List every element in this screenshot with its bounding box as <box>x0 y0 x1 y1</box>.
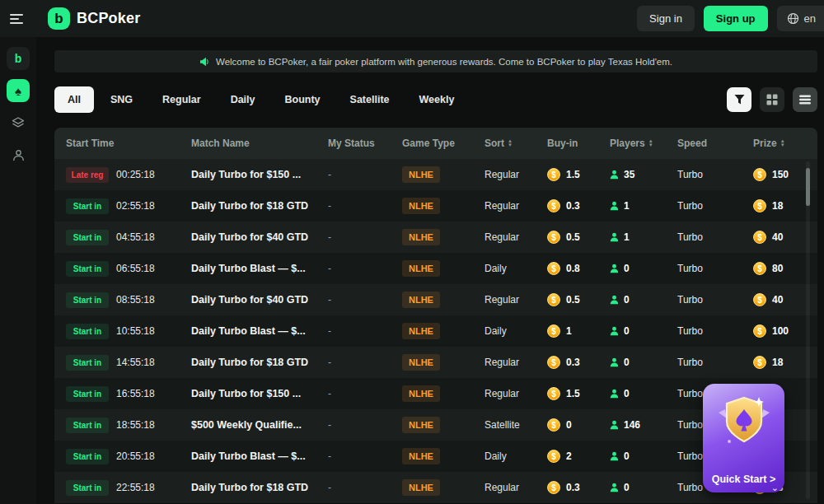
column-label: Game Type <box>402 138 455 149</box>
players-value: 0 <box>624 325 630 337</box>
my-status: - <box>316 357 391 368</box>
sort-arrows-icon[interactable]: ▲▼ <box>508 139 513 147</box>
sign-in-button[interactable]: Sign in <box>637 6 695 31</box>
column-label: Buy-in <box>547 138 578 149</box>
sidebar-item-tournaments[interactable]: ♠ <box>7 79 30 102</box>
start-time-cell: Start in 18:55:18 <box>54 418 180 433</box>
tab-daily[interactable]: Daily <box>218 86 269 113</box>
sort-value: Regular <box>473 357 536 368</box>
grid-view-icon <box>766 94 778 105</box>
tab-weekly[interactable]: Weekly <box>406 86 468 113</box>
game-type-badge: NLHE <box>402 354 440 371</box>
column-label: Speed <box>677 138 707 149</box>
person-outline-icon <box>12 149 25 161</box>
hamburger-menu-icon[interactable] <box>10 8 31 30</box>
buyin-value: 0.8 <box>566 263 580 274</box>
my-status: - <box>316 169 391 180</box>
buyin-cell: $ 0.3 <box>536 481 598 494</box>
start-time-cell: Start in 08:55:18 <box>54 292 180 308</box>
column-header: Buy-in <box>536 138 598 149</box>
sort-arrows-icon[interactable]: ▲▼ <box>648 139 653 147</box>
players-cell: 35 <box>598 169 666 180</box>
speed-value: Turbo <box>666 231 742 243</box>
buyin-value: 0.3 <box>566 200 580 212</box>
players-value: 146 <box>624 419 640 431</box>
speed-value: Turbo <box>666 263 742 274</box>
sidebar-item-cash-games[interactable] <box>7 111 30 134</box>
match-name: Daily Turbo for $18 GTD <box>180 357 316 368</box>
chevron-down-icon[interactable]: ⌄ <box>771 483 779 493</box>
table-row[interactable]: Start in 06:55:18 Daily Turbo Blast — $.… <box>54 253 817 284</box>
players-icon <box>610 389 619 399</box>
coin-icon: $ <box>547 231 560 244</box>
tab-all[interactable]: All <box>54 86 94 113</box>
brand-name: BCPoker <box>77 10 140 27</box>
buyin-value: 1 <box>566 325 572 337</box>
status-badge: Start in <box>66 261 109 277</box>
table-row[interactable]: Late reg 00:25:18 Daily Turbo for $150 .… <box>54 159 817 190</box>
column-header: Start Time <box>54 138 180 149</box>
buyin-cell: $ 2 <box>536 450 598 463</box>
coin-icon: $ <box>547 356 560 369</box>
prize-value: 80 <box>772 263 783 274</box>
start-time: 18:55:18 <box>116 419 155 431</box>
table-row[interactable]: Start in 02:55:18 Daily Turbo for $18 GT… <box>54 190 817 222</box>
sidebar-item-bcoin[interactable]: b <box>7 47 30 70</box>
coin-icon: $ <box>753 168 766 181</box>
filter-button[interactable] <box>727 87 751 112</box>
tab-regular[interactable]: Regular <box>149 86 214 113</box>
buyin-cell: $ 1.5 <box>536 168 598 181</box>
quick-start-card[interactable]: Quick Start > ⌄ <box>703 384 784 492</box>
tab-bounty[interactable]: Bounty <box>272 86 334 113</box>
my-status: - <box>316 419 391 431</box>
language-selector[interactable]: en <box>777 6 824 31</box>
column-header[interactable]: Players▲▼ <box>598 138 666 149</box>
sort-value: Daily <box>473 263 536 274</box>
tab-satellite[interactable]: Satellite <box>337 86 403 113</box>
tab-sng[interactable]: SNG <box>97 86 146 113</box>
table-row[interactable]: Start in 04:55:18 Daily Turbo for $40 GT… <box>54 222 817 253</box>
column-header: Speed <box>666 138 742 149</box>
buyin-cell: $ 0.3 <box>536 199 598 212</box>
coin-icon: $ <box>547 481 560 494</box>
column-header[interactable]: Sort▲▼ <box>473 138 536 149</box>
table-row[interactable]: Start in 10:55:18 Daily Turbo Blast — $.… <box>54 315 817 347</box>
column-header[interactable]: Prize▲▼ <box>742 138 817 149</box>
players-icon <box>610 264 619 273</box>
match-name: Daily Turbo Blast — $... <box>180 450 316 462</box>
game-type-cell: NLHE <box>391 260 473 277</box>
players-value: 0 <box>624 450 630 462</box>
game-type-badge: NLHE <box>402 323 440 339</box>
coin-icon: $ <box>753 199 766 212</box>
players-icon <box>610 201 619 211</box>
filter-tabs: AllSNGRegularDailyBountySatelliteWeekly <box>54 86 467 113</box>
players-cell: 0 <box>598 263 666 274</box>
grid-view-button[interactable] <box>760 87 784 112</box>
funnel-icon <box>733 94 746 105</box>
coin-icon: $ <box>547 199 560 212</box>
my-status: - <box>316 294 391 306</box>
language-label: en <box>804 12 816 25</box>
players-cell: 0 <box>598 294 666 306</box>
sort-value: Regular <box>473 294 536 306</box>
scrollbar-thumb[interactable] <box>806 168 810 206</box>
start-time-cell: Start in 16:55:18 <box>54 386 180 402</box>
my-status: - <box>316 325 391 337</box>
sort-value: Regular <box>473 388 536 399</box>
status-badge: Start in <box>66 198 109 214</box>
announcement-text: Welcome to BCPoker, a fair poker platfor… <box>216 57 672 67</box>
table-row[interactable]: Start in 08:55:18 Daily Turbo for $40 GT… <box>54 284 817 315</box>
list-view-button[interactable] <box>793 87 817 112</box>
layers-icon <box>12 117 25 128</box>
brand[interactable]: b BCPoker <box>48 7 140 30</box>
sort-value: Daily <box>473 325 536 337</box>
players-value: 1 <box>624 200 630 212</box>
table-row[interactable]: Start in 14:55:18 Daily Turbo for $18 GT… <box>54 347 817 378</box>
sidebar-item-players-club[interactable] <box>7 143 30 166</box>
match-name: Daily Turbo for $150 ... <box>180 169 316 180</box>
table-scrollbar[interactable] <box>806 161 810 499</box>
game-type-badge: NLHE <box>402 166 440 183</box>
coin-icon: $ <box>753 324 766 338</box>
sort-arrows-icon[interactable]: ▲▼ <box>780 139 785 147</box>
sign-up-button[interactable]: Sign up <box>704 6 768 31</box>
